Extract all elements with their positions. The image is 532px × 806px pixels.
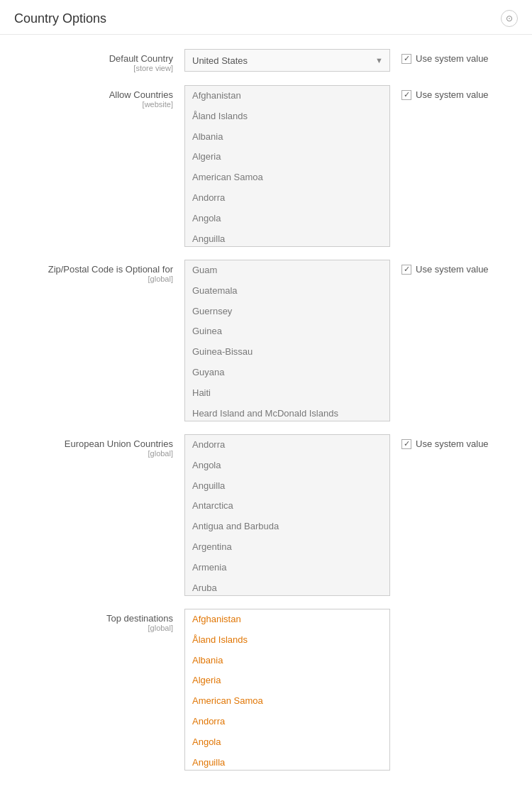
list-item[interactable]: Åland Islands [185, 106, 389, 127]
default-country-label: Default Country [14, 53, 173, 64]
eu-countries-checkbox[interactable] [401, 439, 411, 449]
top-destinations-label-col: Top destinations [global] [14, 609, 184, 632]
list-item[interactable]: Antigua and Barbuda [185, 517, 389, 537]
eu-countries-use-system-col: Use system value [390, 434, 504, 449]
eu-countries-use-system-label[interactable]: Use system value [401, 438, 489, 449]
list-item[interactable]: Albania [185, 651, 389, 671]
collapse-icon[interactable]: ⊙ [501, 10, 518, 27]
list-item[interactable]: Guinea [185, 321, 389, 342]
list-item[interactable]: Argentina [185, 537, 389, 558]
allow-countries-label: Allow Countries [14, 89, 173, 100]
list-item[interactable]: Afghanistan [185, 609, 389, 630]
eu-countries-listbox[interactable]: Andorra Angola Anguilla Antarctica Antig… [184, 434, 390, 596]
allow-countries-label-col: Allow Countries [website] [14, 85, 184, 109]
top-destinations-row: Top destinations [global] Afghanistan Ål… [0, 609, 518, 771]
list-item[interactable]: Guinea-Bissau [185, 342, 389, 363]
allow-countries-listbox[interactable]: Afghanistan Åland Islands Albania Algeri… [184, 85, 390, 247]
eu-countries-use-system-text: Use system value [416, 438, 489, 449]
allow-countries-field: Afghanistan Åland Islands Albania Algeri… [184, 85, 390, 247]
zip-optional-label-col: Zip/Postal Code is Optional for [global] [14, 260, 184, 283]
allow-countries-checkbox[interactable] [401, 90, 411, 100]
list-item[interactable]: Albania [185, 127, 389, 148]
list-item[interactable]: Algeria [185, 670, 389, 691]
list-item[interactable]: American Samoa [185, 167, 389, 188]
top-destinations-use-system-col [390, 609, 504, 613]
default-country-scope: [store view] [14, 64, 173, 72]
default-country-select[interactable]: United States [184, 49, 390, 72]
list-item[interactable]: Angola [185, 732, 389, 753]
zip-optional-field: Guam Guatemala Guernsey Guinea Guinea-Bi… [184, 260, 390, 421]
eu-countries-label: European Union Countries [14, 438, 173, 449]
zip-optional-listbox[interactable]: Guam Guatemala Guernsey Guinea Guinea-Bi… [184, 260, 390, 421]
list-item[interactable]: Anguilla [185, 229, 389, 247]
list-item[interactable]: Guatemala [185, 281, 389, 302]
eu-countries-row: European Union Countries [global] Andorr… [0, 434, 518, 596]
list-item[interactable]: Anguilla [185, 753, 389, 771]
list-item[interactable]: Afghanistan [185, 86, 389, 106]
list-item[interactable]: Anguilla [185, 476, 389, 497]
list-item[interactable]: Angola [185, 209, 389, 229]
list-item[interactable]: Åland Islands [185, 630, 389, 651]
default-country-use-system-text: Use system value [416, 53, 489, 64]
top-destinations-scope: [global] [14, 624, 173, 632]
default-country-field: United States ▼ [184, 49, 390, 72]
default-country-label-col: Default Country [store view] [14, 49, 184, 72]
eu-countries-field: Andorra Angola Anguilla Antarctica Antig… [184, 434, 390, 596]
default-country-use-system-col: Use system value [390, 49, 504, 64]
zip-optional-use-system-label[interactable]: Use system value [401, 264, 489, 275]
page-header: Country Options ⊙ [0, 0, 532, 35]
list-item[interactable]: Guyana [185, 363, 389, 383]
default-country-use-system-label[interactable]: Use system value [401, 53, 489, 64]
list-item[interactable]: Guernsey [185, 302, 389, 322]
eu-countries-label-col: European Union Countries [global] [14, 434, 184, 458]
zip-optional-scope: [global] [14, 275, 173, 283]
top-destinations-field: Afghanistan Åland Islands Albania Algeri… [184, 609, 390, 771]
list-item[interactable]: Antarctica [185, 496, 389, 517]
list-item[interactable]: Andorra [185, 712, 389, 732]
allow-countries-use-system-text: Use system value [416, 89, 489, 100]
default-country-checkbox[interactable] [401, 54, 411, 64]
default-country-row: Default Country [store view] United Stat… [0, 49, 518, 72]
zip-optional-use-system-text: Use system value [416, 264, 489, 275]
top-destinations-listbox[interactable]: Afghanistan Åland Islands Albania Algeri… [184, 609, 390, 771]
content-area: Default Country [store view] United Stat… [0, 35, 532, 797]
allow-countries-row: Allow Countries [website] Afghanistan Ål… [0, 85, 518, 247]
list-item[interactable]: Heard Island and McDonald Islands [185, 404, 389, 421]
list-item[interactable]: Haiti [185, 383, 389, 404]
zip-optional-label: Zip/Postal Code is Optional for [14, 264, 173, 275]
list-item[interactable]: Andorra [185, 435, 389, 456]
zip-optional-checkbox[interactable] [401, 265, 411, 275]
list-item[interactable]: Andorra [185, 188, 389, 209]
allow-countries-use-system-label[interactable]: Use system value [401, 89, 489, 100]
list-item[interactable]: Algeria [185, 147, 389, 167]
top-destinations-label: Top destinations [14, 613, 173, 624]
allow-countries-scope: [website] [14, 100, 173, 109]
page-title: Country Options [14, 11, 106, 26]
list-item[interactable]: Armenia [185, 558, 389, 578]
default-country-select-wrapper: United States ▼ [184, 49, 390, 72]
list-item[interactable]: American Samoa [185, 691, 389, 712]
zip-optional-row: Zip/Postal Code is Optional for [global]… [0, 260, 518, 421]
allow-countries-use-system-col: Use system value [390, 85, 504, 100]
list-item[interactable]: Guam [185, 260, 389, 281]
zip-optional-use-system-col: Use system value [390, 260, 504, 275]
list-item[interactable]: Aruba [185, 578, 389, 596]
eu-countries-scope: [global] [14, 449, 173, 458]
list-item[interactable]: Angola [185, 456, 389, 476]
